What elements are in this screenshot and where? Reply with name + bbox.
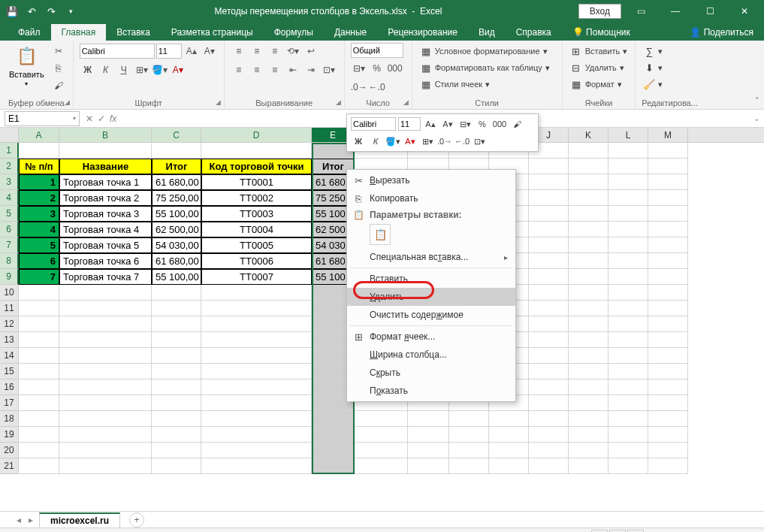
cell-styles-button[interactable]: ▦Стили ячеек ▾ — [418, 76, 491, 92]
row-header[interactable]: 17 — [0, 395, 19, 411]
mini-bold-icon[interactable]: Ж — [351, 134, 366, 149]
cell[interactable]: ТТ0003 — [201, 206, 312, 222]
view-page-break-icon[interactable]: ▥ — [627, 530, 644, 533]
cell[interactable] — [569, 143, 608, 159]
cell[interactable]: 3 — [19, 206, 59, 222]
cell[interactable] — [648, 332, 688, 348]
merge-center-icon[interactable]: ⊡▾ — [321, 62, 337, 78]
cell[interactable] — [201, 443, 312, 458]
cell[interactable] — [648, 458, 688, 474]
mini-font-color-icon[interactable]: A▾ — [403, 134, 418, 149]
cell[interactable] — [648, 301, 688, 316]
fx-icon[interactable]: fx — [110, 113, 116, 124]
delete-cells-button[interactable]: ⊟Удалить ▾ — [569, 59, 626, 76]
cell[interactable] — [59, 411, 152, 427]
cell[interactable] — [529, 458, 569, 474]
cell[interactable]: 1 — [19, 174, 59, 190]
cell[interactable]: ТТ0006 — [201, 253, 312, 269]
italic-button[interactable]: К — [98, 62, 114, 78]
cell[interactable] — [152, 379, 201, 395]
row-header[interactable]: 9 — [0, 269, 19, 285]
increase-font-icon[interactable]: A▴ — [183, 43, 200, 59]
cell[interactable] — [569, 285, 608, 301]
font-size-select[interactable] — [156, 44, 182, 59]
increase-indent-icon[interactable]: ⇥ — [303, 62, 319, 78]
mini-font-size[interactable] — [398, 117, 421, 131]
cell[interactable] — [449, 427, 489, 443]
cell[interactable] — [201, 379, 312, 395]
cell[interactable] — [608, 285, 648, 301]
cell[interactable] — [59, 379, 152, 395]
collapse-ribbon-icon[interactable]: ˄ — [755, 96, 759, 106]
cell[interactable] — [489, 411, 529, 427]
cell[interactable] — [152, 395, 201, 411]
cell[interactable] — [529, 332, 569, 348]
row-header[interactable]: 12 — [0, 316, 19, 332]
cell[interactable] — [648, 159, 688, 174]
select-all-corner[interactable] — [0, 128, 19, 142]
cell[interactable] — [355, 458, 408, 474]
cell[interactable] — [569, 159, 608, 174]
clear-button[interactable]: 🧹▾ — [642, 76, 664, 92]
cell[interactable] — [608, 443, 648, 458]
ctx-delete[interactable]: Удалить — [347, 288, 515, 306]
font-name-select[interactable] — [80, 44, 155, 59]
cell[interactable] — [59, 301, 152, 316]
cell[interactable] — [201, 411, 312, 427]
cell[interactable] — [19, 332, 59, 348]
cell[interactable] — [608, 379, 648, 395]
cell[interactable] — [569, 190, 608, 206]
wrap-text-icon[interactable]: ↩ — [303, 43, 319, 59]
align-middle-icon[interactable]: ≡ — [249, 43, 265, 59]
cell[interactable] — [19, 316, 59, 332]
cell[interactable] — [489, 443, 529, 458]
cell[interactable] — [569, 206, 608, 222]
column-header-D[interactable]: D — [201, 128, 312, 142]
cell[interactable] — [59, 143, 152, 159]
row-header[interactable]: 2 — [0, 159, 19, 174]
cell[interactable] — [569, 253, 608, 269]
cell[interactable] — [408, 443, 449, 458]
cell[interactable] — [19, 458, 59, 474]
column-header-C[interactable]: C — [152, 128, 201, 142]
column-header-B[interactable]: B — [59, 128, 152, 142]
mini-borders-icon[interactable]: ⊞▾ — [420, 134, 435, 149]
cell[interactable] — [529, 285, 569, 301]
tab-review[interactable]: Рецензирование — [377, 24, 468, 41]
cell[interactable] — [648, 190, 688, 206]
cell[interactable] — [608, 411, 648, 427]
cell[interactable] — [355, 427, 408, 443]
cell[interactable] — [569, 364, 608, 379]
cell[interactable] — [608, 190, 648, 206]
decrease-decimal-icon[interactable]: ←.0 — [369, 79, 385, 95]
align-center-icon[interactable]: ≡ — [249, 62, 265, 78]
cell[interactable]: 5 — [19, 237, 59, 253]
cell[interactable]: 55 100,00 — [152, 269, 201, 285]
cell[interactable] — [19, 379, 59, 395]
cell[interactable] — [201, 395, 312, 411]
mini-italic-icon[interactable]: К — [368, 134, 383, 149]
cell[interactable] — [648, 316, 688, 332]
bold-button[interactable]: Ж — [80, 62, 96, 78]
cell[interactable]: ТТ0002 — [201, 190, 312, 206]
cell[interactable] — [648, 222, 688, 237]
row-header[interactable]: 6 — [0, 222, 19, 237]
ctx-paste-default[interactable]: 📋 — [370, 224, 391, 245]
align-top-icon[interactable]: ≡ — [231, 43, 247, 59]
cell[interactable]: 75 250,00 — [152, 190, 201, 206]
cell[interactable] — [152, 143, 201, 159]
cell[interactable] — [201, 427, 312, 443]
row-header[interactable]: 7 — [0, 237, 19, 253]
cell[interactable]: Итог — [152, 159, 201, 174]
cell[interactable]: ТТ0007 — [201, 269, 312, 285]
cell[interactable] — [569, 395, 608, 411]
sheet-nav-next-icon[interactable]: ▸ — [26, 515, 36, 525]
cell[interactable] — [569, 348, 608, 364]
cell[interactable] — [529, 364, 569, 379]
mini-dec-decimal-icon[interactable]: ←.0 — [454, 134, 470, 149]
cell[interactable] — [201, 458, 312, 474]
mini-font-name[interactable] — [351, 117, 396, 131]
increase-decimal-icon[interactable]: .0→ — [351, 79, 367, 95]
cell[interactable] — [59, 364, 152, 379]
cell[interactable] — [59, 316, 152, 332]
